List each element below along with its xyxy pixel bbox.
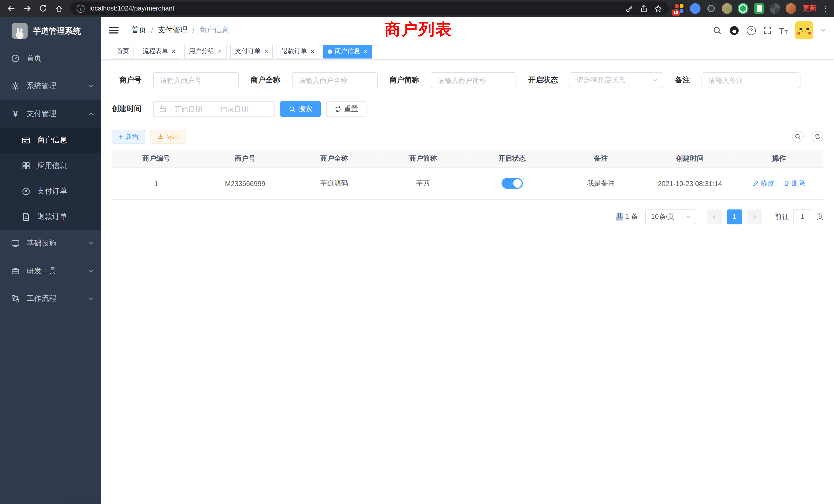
refresh-table-button[interactable] — [812, 131, 824, 143]
sidebar-item-label: 支付管理 — [27, 109, 57, 118]
tab-home[interactable]: 首页 — [112, 44, 134, 58]
sidebar-item-refund-order[interactable]: 退款订单 — [0, 204, 101, 229]
filter-full-name: 商户全称 — [250, 72, 378, 88]
export-button[interactable]: 导出 — [151, 130, 186, 143]
breadcrumb-current: 商户信息 — [199, 25, 229, 35]
extension-icon-7[interactable] — [770, 3, 780, 14]
font-size-icon[interactable]: TT — [779, 26, 788, 35]
goto-page-input[interactable] — [793, 209, 812, 224]
pay-order-icon — [21, 187, 31, 196]
end-date-input[interactable] — [214, 105, 254, 113]
breadcrumb-home[interactable]: 首页 — [131, 25, 146, 35]
navbar-actions: ? TT — [712, 21, 826, 39]
sidebar-item-system[interactable]: 系统管理 — [0, 72, 101, 100]
forward-icon[interactable] — [20, 2, 34, 16]
page-size-select[interactable]: 10条/页 — [645, 209, 696, 224]
sidebar-item-workflow[interactable]: 工作流程 — [0, 285, 101, 313]
close-icon[interactable]: × — [172, 48, 176, 54]
close-icon[interactable]: × — [364, 48, 368, 54]
share-icon[interactable] — [640, 5, 648, 13]
sidebar-item-dev-tools[interactable]: 研发工具 — [0, 257, 101, 285]
tab-pay-order[interactable]: 支付订单× — [230, 44, 273, 58]
col-status: 开启状态 — [467, 150, 556, 167]
table-toolbar: + 新增 导出 — [112, 130, 824, 143]
extension-icon-8[interactable] — [786, 3, 796, 14]
page-content: 商户号 商户全称 商户简称 开启状态 请选择开启状态 — [101, 60, 834, 504]
remark-input[interactable] — [702, 72, 800, 88]
sidebar-item-infrastructure[interactable]: 基础设施 — [0, 230, 101, 257]
sidebar-item-label: 退款订单 — [37, 212, 67, 222]
create-time-label: 创建时间 — [112, 104, 141, 114]
filter-row-1: 商户号 商户全称 商户简称 开启状态 请选择开启状态 — [112, 72, 824, 88]
filter-short-name: 商户简称 — [389, 72, 517, 88]
chevron-down-icon — [88, 269, 94, 274]
search-icon[interactable] — [712, 26, 722, 35]
cell-short-name: 芋艿 — [378, 167, 467, 199]
annotation-merchant-list: 商户列表 — [385, 19, 453, 41]
sidebar-item-pay-order[interactable]: 支付订单 — [0, 179, 101, 204]
close-icon[interactable]: × — [264, 48, 268, 54]
github-icon[interactable] — [729, 25, 739, 35]
breadcrumb-payment[interactable]: 支付管理 — [158, 25, 188, 35]
edit-link[interactable]: 修改 — [752, 179, 774, 188]
fullscreen-icon[interactable] — [763, 26, 772, 35]
filter-remark: 备注 — [675, 72, 800, 88]
status-toggle[interactable] — [502, 178, 523, 189]
reset-button[interactable]: 重置 — [326, 101, 367, 117]
help-icon[interactable]: ? — [747, 26, 756, 35]
sidebar-item-home[interactable]: 首页 — [0, 45, 101, 72]
search-button[interactable]: 搜索 — [280, 101, 321, 117]
tab-process-form[interactable]: 流程表单× — [138, 44, 180, 58]
full-name-input[interactable] — [292, 72, 378, 88]
start-date-input[interactable] — [169, 105, 208, 113]
home-icon[interactable] — [52, 2, 66, 16]
sidebar-item-app-info[interactable]: 应用信息 — [0, 153, 101, 179]
address-bar[interactable]: i localhost:1024/pay/merchant — [70, 2, 668, 16]
delete-link[interactable]: 删除 — [784, 179, 806, 188]
sidebar-item-merchant-info[interactable]: 商户信息 — [0, 128, 101, 153]
status-select-placeholder: 请选择开启状态 — [576, 75, 652, 85]
refresh-icon[interactable] — [36, 2, 50, 16]
date-range-picker[interactable]: - — [153, 101, 275, 117]
bookmark-star-icon[interactable] — [654, 5, 662, 13]
chrome-update-button[interactable]: 更新 — [803, 4, 816, 13]
sidebar-item-payment[interactable]: ¥ 支付管理 — [0, 100, 101, 128]
tab-user-group[interactable]: 用户分组× — [184, 44, 227, 58]
page-number-1[interactable]: 1 — [727, 209, 742, 224]
extension-icon-2[interactable] — [690, 3, 701, 14]
extension-icon-5[interactable] — [738, 3, 748, 14]
url-text[interactable]: localhost:1024/pay/merchant — [89, 5, 626, 12]
next-page-button[interactable] — [747, 209, 762, 224]
gear-icon — [10, 82, 20, 90]
avatar-caret-icon[interactable] — [821, 28, 826, 33]
close-icon[interactable]: × — [218, 48, 222, 54]
extension-icon-6[interactable] — [754, 3, 764, 14]
app-logo[interactable]: 芋道管理系统 — [0, 17, 101, 45]
cell-full-name: 芋道源码 — [290, 167, 378, 199]
edit-pencil-icon — [752, 180, 759, 187]
back-icon[interactable] — [4, 2, 18, 16]
add-button[interactable]: + 新增 — [112, 130, 145, 143]
cell-merchant-id: 1 — [112, 167, 200, 199]
extension-icon-3[interactable] — [706, 3, 717, 14]
prev-page-button[interactable] — [707, 209, 722, 224]
yen-icon: ¥ — [10, 109, 20, 118]
browser-menu-icon[interactable]: ⋮ — [822, 4, 830, 13]
close-icon[interactable]: × — [311, 48, 314, 54]
merchant-no-input[interactable] — [153, 72, 239, 88]
short-name-input[interactable] — [431, 72, 517, 88]
sidebar-item-label: 支付订单 — [37, 187, 67, 196]
tab-refund-order[interactable]: 退款订单× — [277, 44, 319, 58]
tab-merchant-info[interactable]: 商户信息× — [323, 44, 372, 58]
user-avatar[interactable] — [795, 21, 813, 39]
sidebar-menu: 首页 系统管理 ¥ 支付管理 — [0, 45, 101, 504]
site-info-icon[interactable]: i — [76, 5, 85, 13]
status-select[interactable]: 请选择开启状态 — [570, 72, 663, 88]
password-key-icon[interactable] — [626, 5, 634, 13]
goto-label: 前往 — [775, 212, 789, 221]
sidebar-toggle-icon[interactable] — [109, 27, 120, 33]
toggle-search-button[interactable] — [792, 131, 804, 143]
extension-icon-4[interactable] — [722, 3, 732, 14]
extension-icon-1[interactable]: 10 — [674, 3, 684, 14]
active-dot — [328, 49, 332, 54]
